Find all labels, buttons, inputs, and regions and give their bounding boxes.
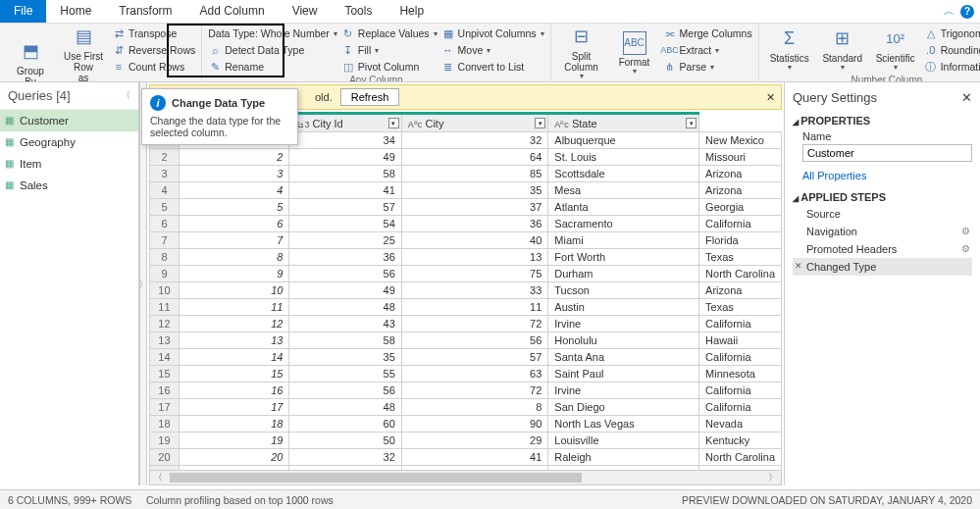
- scroll-right-icon[interactable]: 〉: [765, 471, 781, 484]
- cell[interactable]: Scottsdale: [548, 166, 699, 182]
- cell[interactable]: 36: [289, 249, 401, 266]
- cell[interactable]: Florida: [699, 232, 782, 249]
- cell[interactable]: 17: [179, 399, 289, 416]
- cell[interactable]: Texas: [699, 299, 782, 316]
- cell[interactable]: 41: [401, 449, 547, 466]
- scroll-thumb[interactable]: [170, 473, 582, 483]
- use-first-row-button[interactable]: ▤ Use First Row as Headers▾: [59, 25, 108, 82]
- row-number[interactable]: 6: [150, 216, 180, 232]
- column-header-cityid[interactable]: 1₂3 City Id▾: [289, 114, 401, 132]
- menu-view[interactable]: View: [279, 0, 332, 23]
- cell[interactable]: 37: [401, 199, 547, 216]
- row-number[interactable]: 16: [150, 382, 180, 399]
- menu-addcolumn[interactable]: Add Column: [186, 0, 279, 23]
- cell[interactable]: 9: [179, 266, 289, 282]
- applied-step[interactable]: Navigation⚙: [793, 223, 972, 240]
- close-settings-icon[interactable]: ✕: [961, 90, 972, 105]
- cell[interactable]: 13: [179, 332, 289, 349]
- cell[interactable]: 41: [289, 182, 401, 199]
- cell[interactable]: 54: [289, 216, 401, 232]
- column-header-city[interactable]: Aᴮc City▾: [401, 114, 547, 132]
- cell[interactable]: 63: [401, 366, 547, 382]
- cell[interactable]: California: [699, 382, 782, 399]
- cell[interactable]: Georgia: [699, 199, 782, 216]
- cell[interactable]: Kentucky: [699, 433, 782, 449]
- row-number[interactable]: 17: [150, 399, 180, 416]
- applied-steps-header[interactable]: APPLIED STEPS: [793, 185, 972, 205]
- cell[interactable]: 40: [401, 232, 547, 249]
- count-rows-button[interactable]: ≡Count Rows: [112, 59, 195, 75]
- row-number[interactable]: 7: [150, 232, 180, 249]
- cell[interactable]: Nevada: [699, 416, 782, 433]
- cell[interactable]: 14: [179, 349, 289, 366]
- applied-step[interactable]: Source: [793, 205, 972, 223]
- cell[interactable]: North Carolina: [699, 449, 782, 466]
- cell[interactable]: 56: [289, 266, 401, 282]
- cell[interactable]: Atlanta: [548, 199, 699, 216]
- detect-data-type-button[interactable]: ⌕Detect Data Type: [208, 42, 337, 58]
- standard-button[interactable]: ⊞Standard▾: [818, 25, 867, 75]
- split-column-button[interactable]: ⊟Split Column▾: [557, 25, 606, 81]
- cell[interactable]: 56: [401, 332, 547, 349]
- query-item-item[interactable]: Item: [0, 153, 138, 175]
- cell[interactable]: 3: [179, 166, 289, 182]
- cell[interactable]: North Las Vegas: [548, 416, 699, 433]
- cell[interactable]: 4: [179, 182, 289, 199]
- applied-step[interactable]: Changed Type: [793, 258, 972, 276]
- applied-step[interactable]: Promoted Headers⚙: [793, 240, 972, 258]
- cell[interactable]: 35: [289, 349, 401, 366]
- table-row[interactable]: 772540MiamiFlorida: [150, 232, 782, 249]
- help-icon[interactable]: ?: [960, 5, 974, 19]
- cell[interactable]: 57: [289, 199, 401, 216]
- table-row[interactable]: 665436SacramentoCalifornia: [150, 216, 782, 232]
- cell[interactable]: 20: [179, 449, 289, 466]
- cell[interactable]: Louisville: [548, 433, 699, 449]
- format-button[interactable]: ABCFormat▾: [610, 25, 659, 81]
- cell[interactable]: Texas: [699, 249, 782, 266]
- row-number[interactable]: 19: [150, 433, 180, 449]
- cell[interactable]: 48: [289, 399, 401, 416]
- cell[interactable]: St. Louis: [548, 149, 699, 166]
- replace-values-button[interactable]: ↻Replace Values▾: [341, 25, 438, 41]
- cell[interactable]: Fort Worth: [548, 249, 699, 266]
- query-item-geography[interactable]: Geography: [0, 131, 138, 153]
- cell[interactable]: 85: [401, 166, 547, 182]
- cell[interactable]: 19: [179, 433, 289, 449]
- parse-button[interactable]: ⋔Parse▾: [663, 59, 752, 75]
- filter-icon[interactable]: ▾: [388, 118, 399, 128]
- cell[interactable]: 18: [179, 416, 289, 433]
- cell[interactable]: Albuquerque: [548, 132, 699, 149]
- cell[interactable]: Honolulu: [548, 332, 699, 349]
- properties-header[interactable]: PROPERTIES: [793, 109, 972, 128]
- cell[interactable]: 56: [289, 382, 401, 399]
- menu-help[interactable]: Help: [386, 0, 438, 23]
- cell[interactable]: Minnesota: [699, 366, 782, 382]
- cell[interactable]: 36: [401, 216, 547, 232]
- menu-tools[interactable]: Tools: [331, 0, 386, 23]
- table-row[interactable]: 444135MesaArizona: [150, 182, 782, 199]
- filter-icon[interactable]: ▾: [686, 118, 696, 128]
- row-number[interactable]: 13: [150, 332, 180, 349]
- merge-columns-button[interactable]: ⫘Merge Columns: [663, 25, 752, 41]
- cell[interactable]: Mesa: [548, 182, 699, 199]
- cell[interactable]: 12: [179, 316, 289, 332]
- information-button[interactable]: ⓘInformation▾: [924, 59, 980, 75]
- cell[interactable]: 35: [401, 182, 547, 199]
- column-header-state[interactable]: Aᴮc State▾: [548, 114, 699, 132]
- cell[interactable]: 11: [401, 299, 547, 316]
- row-number[interactable]: 10: [150, 282, 180, 299]
- table-row[interactable]: 20203241RaleighNorth Carolina: [150, 449, 782, 466]
- table-row[interactable]: 12124372IrvineCalifornia: [150, 316, 782, 332]
- cell[interactable]: 55: [289, 366, 401, 382]
- group-by-button[interactable]: ⬒ Group By: [6, 25, 55, 82]
- table-row[interactable]: 1717488San DiegoCalifornia: [150, 399, 782, 416]
- cell[interactable]: Raleigh: [548, 449, 699, 466]
- filter-icon[interactable]: ▾: [535, 118, 545, 128]
- cell[interactable]: 49: [289, 282, 401, 299]
- chevron-up-icon[interactable]: ︿: [944, 4, 954, 19]
- rounding-button[interactable]: .0Rounding▾: [924, 42, 980, 58]
- cell[interactable]: 10: [179, 282, 289, 299]
- table-row[interactable]: 883613Fort WorthTexas: [150, 249, 782, 266]
- table-row[interactable]: 11114811AustinTexas: [150, 299, 782, 316]
- cell[interactable]: 8: [179, 249, 289, 266]
